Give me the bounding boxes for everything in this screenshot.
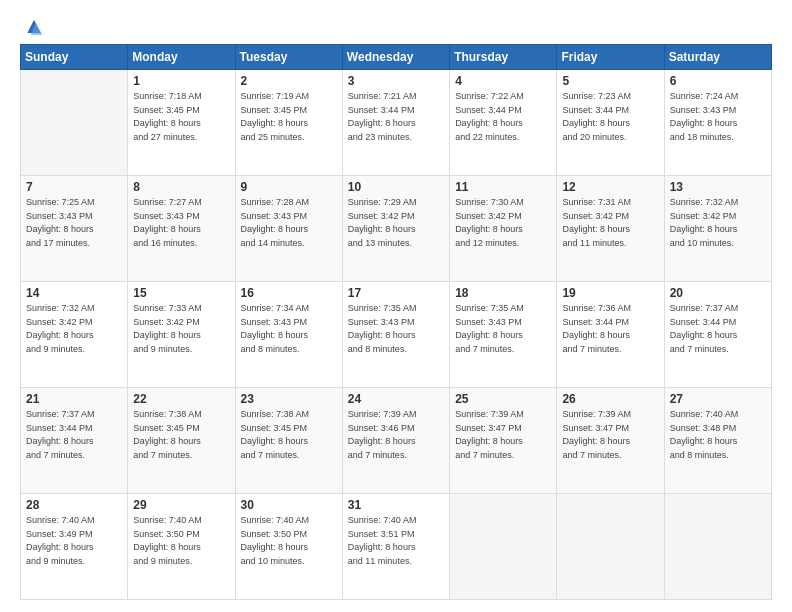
calendar-cell: 15Sunrise: 7:33 AMSunset: 3:42 PMDayligh…: [128, 282, 235, 388]
calendar-week-row: 1Sunrise: 7:18 AMSunset: 3:45 PMDaylight…: [21, 70, 772, 176]
calendar-cell: 12Sunrise: 7:31 AMSunset: 3:42 PMDayligh…: [557, 176, 664, 282]
calendar-week-row: 14Sunrise: 7:32 AMSunset: 3:42 PMDayligh…: [21, 282, 772, 388]
calendar-week-row: 21Sunrise: 7:37 AMSunset: 3:44 PMDayligh…: [21, 388, 772, 494]
day-info: Sunrise: 7:18 AMSunset: 3:45 PMDaylight:…: [133, 90, 229, 144]
day-number: 28: [26, 498, 122, 512]
day-info: Sunrise: 7:36 AMSunset: 3:44 PMDaylight:…: [562, 302, 658, 356]
day-number: 21: [26, 392, 122, 406]
calendar-cell: 23Sunrise: 7:38 AMSunset: 3:45 PMDayligh…: [235, 388, 342, 494]
day-info: Sunrise: 7:28 AMSunset: 3:43 PMDaylight:…: [241, 196, 337, 250]
day-info: Sunrise: 7:39 AMSunset: 3:47 PMDaylight:…: [455, 408, 551, 462]
day-info: Sunrise: 7:38 AMSunset: 3:45 PMDaylight:…: [133, 408, 229, 462]
calendar-day-header: Monday: [128, 45, 235, 70]
day-number: 7: [26, 180, 122, 194]
calendar-cell: [664, 494, 771, 600]
calendar-day-header: Saturday: [664, 45, 771, 70]
day-number: 31: [348, 498, 444, 512]
calendar-cell: 6Sunrise: 7:24 AMSunset: 3:43 PMDaylight…: [664, 70, 771, 176]
calendar-cell: 27Sunrise: 7:40 AMSunset: 3:48 PMDayligh…: [664, 388, 771, 494]
calendar-cell: 19Sunrise: 7:36 AMSunset: 3:44 PMDayligh…: [557, 282, 664, 388]
calendar-cell: 1Sunrise: 7:18 AMSunset: 3:45 PMDaylight…: [128, 70, 235, 176]
day-number: 2: [241, 74, 337, 88]
day-info: Sunrise: 7:24 AMSunset: 3:43 PMDaylight:…: [670, 90, 766, 144]
day-number: 19: [562, 286, 658, 300]
day-number: 27: [670, 392, 766, 406]
calendar-cell: 17Sunrise: 7:35 AMSunset: 3:43 PMDayligh…: [342, 282, 449, 388]
day-number: 20: [670, 286, 766, 300]
calendar-day-header: Tuesday: [235, 45, 342, 70]
day-number: 24: [348, 392, 444, 406]
calendar-cell: 21Sunrise: 7:37 AMSunset: 3:44 PMDayligh…: [21, 388, 128, 494]
calendar-cell: 11Sunrise: 7:30 AMSunset: 3:42 PMDayligh…: [450, 176, 557, 282]
day-number: 30: [241, 498, 337, 512]
day-info: Sunrise: 7:34 AMSunset: 3:43 PMDaylight:…: [241, 302, 337, 356]
calendar-week-row: 7Sunrise: 7:25 AMSunset: 3:43 PMDaylight…: [21, 176, 772, 282]
day-info: Sunrise: 7:25 AMSunset: 3:43 PMDaylight:…: [26, 196, 122, 250]
day-number: 11: [455, 180, 551, 194]
day-number: 12: [562, 180, 658, 194]
day-number: 17: [348, 286, 444, 300]
day-info: Sunrise: 7:40 AMSunset: 3:50 PMDaylight:…: [241, 514, 337, 568]
day-info: Sunrise: 7:33 AMSunset: 3:42 PMDaylight:…: [133, 302, 229, 356]
calendar-cell: [450, 494, 557, 600]
day-number: 15: [133, 286, 229, 300]
calendar-day-header: Friday: [557, 45, 664, 70]
day-info: Sunrise: 7:30 AMSunset: 3:42 PMDaylight:…: [455, 196, 551, 250]
day-number: 1: [133, 74, 229, 88]
day-info: Sunrise: 7:39 AMSunset: 3:47 PMDaylight:…: [562, 408, 658, 462]
day-number: 18: [455, 286, 551, 300]
day-number: 5: [562, 74, 658, 88]
day-info: Sunrise: 7:35 AMSunset: 3:43 PMDaylight:…: [348, 302, 444, 356]
day-info: Sunrise: 7:21 AMSunset: 3:44 PMDaylight:…: [348, 90, 444, 144]
day-info: Sunrise: 7:29 AMSunset: 3:42 PMDaylight:…: [348, 196, 444, 250]
day-number: 9: [241, 180, 337, 194]
day-info: Sunrise: 7:32 AMSunset: 3:42 PMDaylight:…: [670, 196, 766, 250]
logo-icon: [24, 18, 44, 38]
day-number: 23: [241, 392, 337, 406]
calendar-cell: 29Sunrise: 7:40 AMSunset: 3:50 PMDayligh…: [128, 494, 235, 600]
day-number: 14: [26, 286, 122, 300]
day-number: 22: [133, 392, 229, 406]
calendar-cell: 16Sunrise: 7:34 AMSunset: 3:43 PMDayligh…: [235, 282, 342, 388]
calendar-cell: 26Sunrise: 7:39 AMSunset: 3:47 PMDayligh…: [557, 388, 664, 494]
day-info: Sunrise: 7:32 AMSunset: 3:42 PMDaylight:…: [26, 302, 122, 356]
day-info: Sunrise: 7:40 AMSunset: 3:49 PMDaylight:…: [26, 514, 122, 568]
page: SundayMondayTuesdayWednesdayThursdayFrid…: [0, 0, 792, 612]
day-info: Sunrise: 7:38 AMSunset: 3:45 PMDaylight:…: [241, 408, 337, 462]
calendar-day-header: Sunday: [21, 45, 128, 70]
day-number: 10: [348, 180, 444, 194]
day-info: Sunrise: 7:39 AMSunset: 3:46 PMDaylight:…: [348, 408, 444, 462]
day-info: Sunrise: 7:19 AMSunset: 3:45 PMDaylight:…: [241, 90, 337, 144]
calendar-cell: 13Sunrise: 7:32 AMSunset: 3:42 PMDayligh…: [664, 176, 771, 282]
calendar-cell: 24Sunrise: 7:39 AMSunset: 3:46 PMDayligh…: [342, 388, 449, 494]
calendar-cell: 8Sunrise: 7:27 AMSunset: 3:43 PMDaylight…: [128, 176, 235, 282]
calendar-cell: 4Sunrise: 7:22 AMSunset: 3:44 PMDaylight…: [450, 70, 557, 176]
day-number: 29: [133, 498, 229, 512]
calendar-cell: 14Sunrise: 7:32 AMSunset: 3:42 PMDayligh…: [21, 282, 128, 388]
day-info: Sunrise: 7:35 AMSunset: 3:43 PMDaylight:…: [455, 302, 551, 356]
day-info: Sunrise: 7:31 AMSunset: 3:42 PMDaylight:…: [562, 196, 658, 250]
calendar-table: SundayMondayTuesdayWednesdayThursdayFrid…: [20, 44, 772, 600]
calendar-cell: 30Sunrise: 7:40 AMSunset: 3:50 PMDayligh…: [235, 494, 342, 600]
calendar-cell: [21, 70, 128, 176]
calendar-cell: 28Sunrise: 7:40 AMSunset: 3:49 PMDayligh…: [21, 494, 128, 600]
calendar-cell: 25Sunrise: 7:39 AMSunset: 3:47 PMDayligh…: [450, 388, 557, 494]
day-info: Sunrise: 7:40 AMSunset: 3:50 PMDaylight:…: [133, 514, 229, 568]
calendar-cell: 20Sunrise: 7:37 AMSunset: 3:44 PMDayligh…: [664, 282, 771, 388]
calendar-cell: 22Sunrise: 7:38 AMSunset: 3:45 PMDayligh…: [128, 388, 235, 494]
day-number: 26: [562, 392, 658, 406]
logo: [20, 18, 44, 34]
header: [20, 18, 772, 34]
calendar-week-row: 28Sunrise: 7:40 AMSunset: 3:49 PMDayligh…: [21, 494, 772, 600]
day-info: Sunrise: 7:40 AMSunset: 3:48 PMDaylight:…: [670, 408, 766, 462]
day-info: Sunrise: 7:37 AMSunset: 3:44 PMDaylight:…: [670, 302, 766, 356]
day-number: 6: [670, 74, 766, 88]
day-number: 3: [348, 74, 444, 88]
calendar-header-row: SundayMondayTuesdayWednesdayThursdayFrid…: [21, 45, 772, 70]
day-info: Sunrise: 7:22 AMSunset: 3:44 PMDaylight:…: [455, 90, 551, 144]
day-info: Sunrise: 7:37 AMSunset: 3:44 PMDaylight:…: [26, 408, 122, 462]
calendar-cell: 10Sunrise: 7:29 AMSunset: 3:42 PMDayligh…: [342, 176, 449, 282]
calendar-cell: 3Sunrise: 7:21 AMSunset: 3:44 PMDaylight…: [342, 70, 449, 176]
day-number: 25: [455, 392, 551, 406]
calendar-day-header: Wednesday: [342, 45, 449, 70]
